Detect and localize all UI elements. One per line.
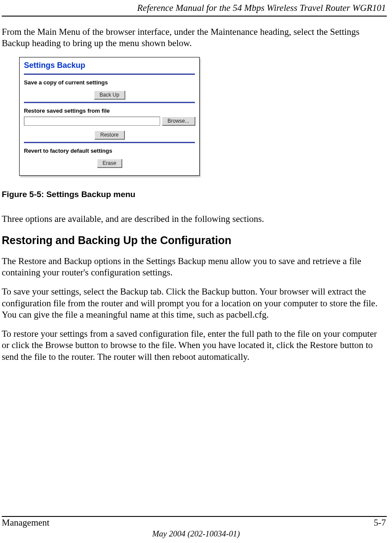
file-row: Browse... <box>24 117 195 126</box>
footer-section: Management <box>2 517 50 528</box>
restore-backup-paragraph: The Restore and Backup options in the Se… <box>2 255 386 278</box>
settings-backup-figure: Settings Backup Save a copy of current s… <box>19 57 200 176</box>
save-paragraph: To save your settings, select the Backup… <box>2 286 386 320</box>
restore-paragraph: To restore your settings from a saved co… <box>2 328 386 362</box>
figure-inner: Settings Backup Save a copy of current s… <box>20 57 199 175</box>
browse-button[interactable]: Browse... <box>162 117 195 125</box>
figure-caption: Figure 5-5: Settings Backup menu <box>2 190 386 199</box>
footer-date: May 2004 (202-10034-01) <box>0 529 392 539</box>
panel-divider <box>24 142 195 143</box>
restore-label: Restore saved settings from file <box>24 107 195 114</box>
panel-divider <box>24 74 195 75</box>
restore-row: Restore <box>24 128 195 139</box>
save-copy-label: Save a copy of current settings <box>24 79 195 86</box>
erase-button[interactable]: Erase <box>97 159 122 168</box>
page-header: Reference Manual for the 54 Mbps Wireles… <box>0 0 392 13</box>
page-content: From the Main Menu of the browser interf… <box>0 17 392 362</box>
panel-divider <box>24 102 195 103</box>
footer-rule <box>2 516 387 517</box>
panel-title: Settings Backup <box>24 61 195 70</box>
revert-label: Revert to factory default settings <box>24 147 195 154</box>
section-heading: Restoring and Backing Up the Configurati… <box>2 234 386 247</box>
backup-row: Back Up <box>24 88 195 99</box>
restore-button[interactable]: Restore <box>94 131 124 139</box>
backup-button[interactable]: Back Up <box>94 90 125 99</box>
file-path-input[interactable] <box>24 117 160 126</box>
footer-page: 5-7 <box>374 517 386 528</box>
options-paragraph: Three options are available, and are des… <box>2 213 386 225</box>
intro-paragraph: From the Main Menu of the browser interf… <box>2 26 386 49</box>
erase-row: Erase <box>24 157 195 168</box>
footer-row: Management 5-7 <box>2 517 386 528</box>
